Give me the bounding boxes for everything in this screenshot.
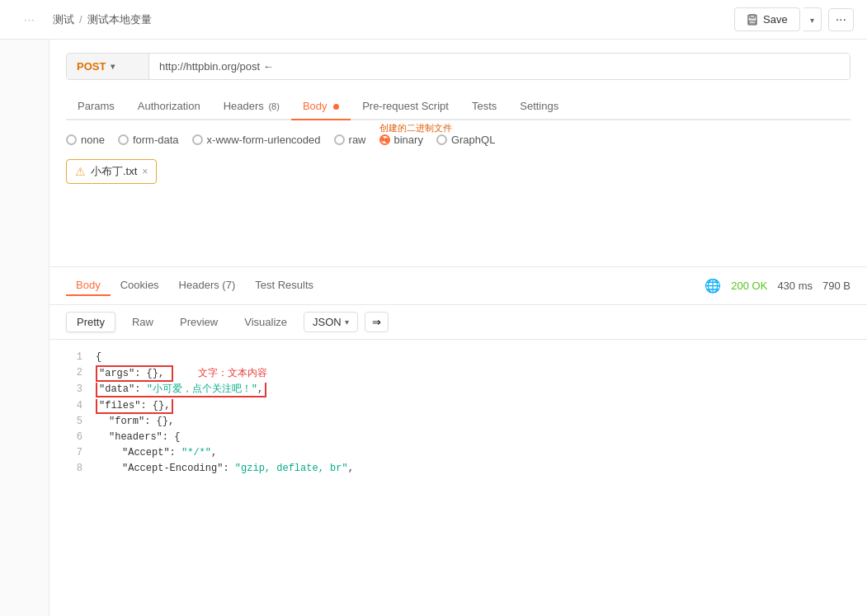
response-section: Body Cookies Headers (7) Test Results 🌐 … [49, 266, 867, 487]
json-chevron-icon: ▾ [345, 317, 349, 327]
annotation-binary: 创建的二进制文件 [379, 122, 452, 134]
line-num-4: 4 [66, 398, 82, 414]
body-type-binary[interactable]: binary 创建的二进制文件 [379, 134, 423, 146]
body-type-formdata-label: form-data [133, 134, 179, 146]
wrap-button[interactable]: ⇒ [365, 312, 389, 332]
body-type-urlencoded[interactable]: x-www-form-urlencoded [192, 134, 321, 146]
code-line-2: 2 "args": {}, 文字：文本内容 [66, 365, 851, 382]
radio-none [66, 134, 77, 145]
app-layout: ··· 测试 / 测试本地变量 Save ▾ ··· [0, 0, 867, 616]
tab-headers[interactable]: Headers (8) [212, 93, 291, 120]
line-content-2: "args": {}, 文字：文本内容 [96, 365, 851, 382]
json-format-label: JSON [313, 316, 342, 328]
body-type-graphql-label: GraphQL [451, 134, 495, 146]
top-actions: Save ▾ ··· [734, 7, 854, 31]
format-pretty[interactable]: Pretty [66, 312, 115, 332]
line-content-6: "headers": { [96, 430, 851, 445]
breadcrumb-test: 测试 [53, 12, 74, 27]
response-tab-headers[interactable]: Headers (7) [169, 275, 246, 296]
svg-rect-1 [750, 15, 755, 18]
line-content-4: "files": {}, [96, 398, 851, 414]
highlighted-files: "files": {}, [96, 399, 173, 414]
line-content-7: "Accept": "*/*", [96, 445, 851, 461]
body-type-formdata[interactable]: form-data [118, 134, 179, 146]
response-tab-test-results[interactable]: Test Results [245, 275, 323, 296]
more-options-button[interactable]: ··· [828, 8, 854, 31]
format-preview[interactable]: Preview [170, 313, 228, 332]
body-type-raw[interactable]: raw [334, 134, 366, 146]
url-input[interactable] [149, 54, 850, 79]
code-line-8: 8 "Accept-Encoding": "gzip, deflate, br"… [66, 461, 851, 477]
accept-line: "Accept": "*/*", [96, 447, 217, 458]
code-line-5: 5 "form": {}, [66, 414, 851, 430]
line-num-3: 3 [66, 382, 82, 397]
radio-raw [334, 134, 345, 145]
accept-encoding-line: "Accept-Encoding": "gzip, deflate, br", [96, 463, 354, 474]
tab-authorization[interactable]: Authorization [126, 93, 212, 120]
top-bar: ··· 测试 / 测试本地变量 Save ▾ ··· [0, 0, 867, 40]
body-type-none-label: none [81, 134, 105, 146]
line-num-5: 5 [66, 414, 82, 430]
line-num-8: 8 [66, 461, 82, 477]
main-content: POST ▾ Params Authorization Headers (8) … [49, 40, 867, 616]
highlighted-args: "args": {}, [96, 365, 173, 382]
radio-formdata [118, 134, 129, 145]
svg-rect-2 [749, 21, 756, 24]
tab-pre-request[interactable]: Pre-request Script [351, 93, 460, 120]
line-content-3: "data": "小可爱，点个关注吧！", [96, 382, 851, 397]
line-num-1: 1 [66, 350, 82, 365]
format-row: Pretty Raw Preview Visualize JSON ▾ ⇒ [49, 305, 867, 340]
line-num-2: 2 [66, 365, 82, 382]
url-bar: POST ▾ [66, 53, 851, 80]
tab-tests[interactable]: Tests [460, 93, 508, 120]
response-size: 790 B [822, 280, 851, 292]
tab-body[interactable]: Body [291, 93, 351, 120]
highlighted-data: "data": "小可爱，点个关注吧！", [96, 383, 266, 397]
code-line-4: 4 "files": {}, [66, 398, 851, 414]
annotation-text: 文字：文本内容 [198, 367, 267, 379]
code-line-7: 7 "Accept": "*/*", [66, 445, 851, 461]
body-type-graphql[interactable]: GraphQL [436, 134, 495, 146]
json-format-select[interactable]: JSON ▾ [304, 312, 358, 332]
format-raw[interactable]: Raw [122, 313, 163, 332]
file-tag[interactable]: ⚠ 小布丁.txt × [66, 159, 157, 184]
tab-settings[interactable]: Settings [508, 93, 570, 120]
response-tab-body[interactable]: Body [66, 275, 111, 296]
save-button[interactable]: Save [734, 7, 800, 31]
request-tabs: Params Authorization Headers (8) Body Pr… [66, 93, 851, 120]
response-tab-cookies[interactable]: Cookies [111, 275, 169, 296]
line-num-7: 7 [66, 445, 82, 461]
filename-label: 小布丁.txt [91, 164, 137, 179]
close-file-icon[interactable]: × [142, 166, 148, 177]
body-active-dot [333, 104, 339, 110]
globe-icon: 🌐 [704, 278, 721, 294]
tab-params[interactable]: Params [66, 93, 126, 120]
headers-badge: (8) [268, 101, 279, 111]
body-type-none[interactable]: none [66, 134, 105, 146]
breadcrumb: 测试 / 测试本地变量 [53, 12, 152, 27]
method-select[interactable]: POST ▾ [67, 54, 149, 79]
code-line-3: 3 "data": "小可爱，点个关注吧！", [66, 382, 851, 397]
save-label: Save [763, 13, 788, 26]
method-label: POST [77, 60, 106, 73]
line-num-6: 6 [66, 430, 82, 445]
sidebar-toggle[interactable]: ··· [13, 13, 46, 26]
response-tabs: Body Cookies Headers (7) Test Results [66, 275, 323, 296]
response-headers-badge: (7) [222, 279, 235, 291]
code-view: 1 { 2 "args": {}, 文字：文本内容 [49, 340, 867, 487]
breadcrumb-sep: / [79, 13, 82, 26]
line-content-1: { [96, 350, 851, 365]
body-type-binary-label: binary [394, 134, 423, 146]
headers-line: "headers": { [96, 431, 180, 443]
status-badge: 200 OK [731, 280, 767, 292]
line-content-5: "form": {}, [96, 414, 851, 430]
line-content-8: "Accept-Encoding": "gzip, deflate, br", [96, 461, 851, 477]
warning-icon: ⚠ [75, 165, 86, 178]
radio-urlencoded [192, 134, 203, 145]
content-area: POST ▾ Params Authorization Headers (8) … [0, 40, 867, 616]
method-chevron-icon: ▾ [111, 62, 115, 71]
body-type-row: none form-data x-www-form-urlencoded raw [66, 134, 851, 146]
radio-binary [379, 134, 390, 145]
save-dropdown-button[interactable]: ▾ [803, 7, 822, 31]
format-visualize[interactable]: Visualize [234, 313, 297, 332]
